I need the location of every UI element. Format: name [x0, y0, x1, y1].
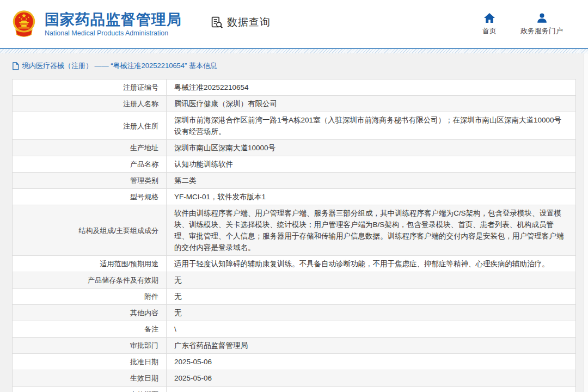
home-link-label: 首页	[482, 26, 497, 36]
field-value: 第二类	[167, 173, 575, 188]
field-value: 深圳市前海深港合作区前湾一路1号A栋201室（入驻深圳市前海商务秘书有限公司）；…	[167, 112, 575, 139]
header-divider	[0, 48, 588, 53]
table-row: 注册证编号粤械注准20252210654	[13, 79, 575, 96]
field-label: 有效期至	[13, 387, 167, 392]
site-logo[interactable]: 国家药品监督管理局 National Medical Products Admi…	[11, 9, 182, 39]
table-row: 结构及组成/主要组成成分软件由训练程序客户端、用户管理客户端、服务器三部分组成，…	[13, 205, 575, 256]
field-label: 备注	[13, 321, 167, 337]
table-row: 有效期至2030-05-05	[13, 387, 575, 392]
field-value: 无	[167, 289, 575, 304]
field-value: 无	[167, 272, 575, 288]
field-value: 粤械注准20252210654	[167, 79, 575, 95]
portal-link-label: 政务服务门户	[520, 26, 563, 36]
home-link[interactable]: 首页	[482, 13, 497, 36]
field-value: 认知功能训练软件	[167, 156, 575, 172]
breadcrumb[interactable]: 境内医疗器械（注册） —— “粤械注准20252210654” 基本信息	[12, 61, 576, 71]
nav-data-query[interactable]: 数据查询	[210, 15, 271, 29]
field-label: 生产地址	[13, 140, 167, 156]
field-label: 适用范围/预期用途	[13, 256, 167, 272]
user-icon	[536, 13, 548, 23]
field-label: 产品储存条件及有效期	[13, 272, 167, 288]
table-row: 生效日期2025-05-06	[13, 370, 575, 387]
registration-table: 注册证编号粤械注准20252210654注册人名称腾讯医疗健康（深圳）有限公司注…	[12, 79, 576, 392]
field-value: 软件由训练程序客户端、用户管理客户端、服务器三部分组成，其中训练程序客户端为C/…	[167, 205, 575, 255]
field-value: 2025-05-06	[167, 370, 575, 386]
field-value: \	[167, 321, 575, 337]
field-label: 型号规格	[13, 189, 167, 205]
table-row: 备注\	[13, 321, 575, 338]
field-label: 注册人住所	[13, 112, 167, 139]
main-content: 境内医疗器械（注册） —— “粤械注准20252210654” 基本信息 注册证…	[0, 53, 588, 392]
field-label: 批准日期	[13, 354, 167, 370]
home-icon	[483, 13, 495, 23]
table-row: 其他内容无	[13, 305, 575, 321]
document-search-icon	[210, 16, 224, 29]
field-label: 生效日期	[13, 370, 167, 386]
site-title-block: 国家药品监督管理局 National Medical Products Admi…	[45, 11, 182, 37]
table-row: 注册人住所深圳市前海深港合作区前湾一路1号A栋201室（入驻深圳市前海商务秘书有…	[13, 112, 575, 140]
field-label: 管理类别	[13, 173, 167, 188]
field-value: 无	[167, 305, 575, 321]
table-row: 生产地址深圳市南山区深南大道10000号	[13, 140, 575, 156]
field-value: 2030-05-05	[167, 387, 575, 392]
field-value: 2025-05-06	[167, 354, 575, 370]
site-title: 国家药品监督管理局	[45, 11, 182, 28]
table-row: 注册人名称腾讯医疗健康（深圳）有限公司	[13, 96, 575, 112]
portal-link[interactable]: 政务服务门户	[520, 13, 563, 36]
table-row: 附件无	[13, 289, 575, 305]
field-label: 附件	[13, 289, 167, 304]
field-label: 其他内容	[13, 305, 167, 321]
field-value: 广东省药品监督管理局	[167, 338, 575, 353]
field-value: 腾讯医疗健康（深圳）有限公司	[167, 96, 575, 112]
field-value: 适用于轻度认知障碍的辅助康复训练。不具备自动诊断功能，不用于焦虑症、抑郁症等精神…	[167, 256, 575, 272]
table-row: 产品储存条件及有效期无	[13, 272, 575, 289]
field-label: 结构及组成/主要组成成分	[13, 205, 167, 255]
table-row: 管理类别第二类	[13, 173, 575, 189]
site-header: 国家药品监督管理局 National Medical Products Admi…	[0, 0, 588, 48]
field-label: 产品名称	[13, 156, 167, 172]
table-row: 产品名称认知功能训练软件	[13, 156, 575, 173]
field-label: 注册证编号	[13, 79, 167, 95]
field-value: YF-MCI-01，软件发布版本1	[167, 189, 575, 205]
nav-data-query-label: 数据查询	[227, 15, 271, 29]
vertical-scrollbar[interactable]	[584, 53, 588, 392]
table-row: 适用范围/预期用途适用于轻度认知障碍的辅助康复训练。不具备自动诊断功能，不用于焦…	[13, 256, 575, 272]
site-subtitle: National Medical Products Administration	[45, 29, 182, 37]
document-icon	[12, 62, 19, 70]
table-row: 审批部门广东省药品监督管理局	[13, 338, 575, 354]
breadcrumb-text: 境内医疗器械（注册） —— “粤械注准20252210654” 基本信息	[22, 61, 217, 71]
table-row: 批准日期2025-05-06	[13, 354, 575, 370]
field-label: 审批部门	[13, 338, 167, 353]
field-label: 注册人名称	[13, 96, 167, 112]
national-emblem-icon	[11, 9, 37, 39]
field-value: 深圳市南山区深南大道10000号	[167, 140, 575, 156]
table-row: 型号规格YF-MCI-01，软件发布版本1	[13, 189, 575, 205]
header-links: 首页 政务服务门户	[482, 13, 563, 36]
